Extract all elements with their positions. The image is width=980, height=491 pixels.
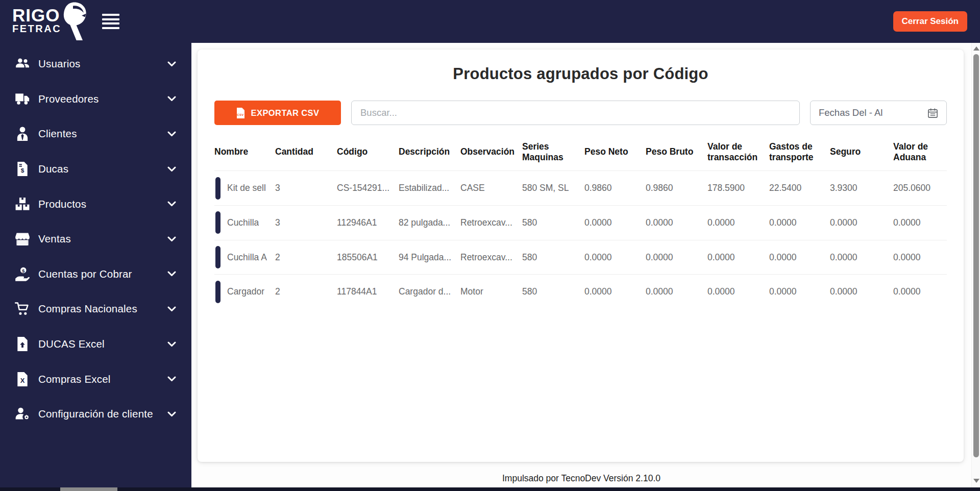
sidebar-item-label: Clientes xyxy=(38,128,77,140)
vertical-scrollbar[interactable] xyxy=(971,43,980,487)
cell-observacion: CASE xyxy=(460,171,522,206)
sidebar-item-label: Ventas xyxy=(38,233,71,245)
top-navbar: RIGO FETRAC Cerrar Sesión xyxy=(0,0,980,43)
search-input[interactable] xyxy=(351,101,800,125)
sidebar-item-label: Ducas xyxy=(38,163,68,175)
chevron-down-icon xyxy=(167,411,176,417)
sidebar-item-compras-nacionales[interactable]: Compras Nacionales xyxy=(0,291,191,327)
chevron-down-icon xyxy=(167,201,176,207)
cell-cantidad: 3 xyxy=(275,205,337,240)
cell-cantidad: 3 xyxy=(275,171,337,206)
sidebar: Usuarios Proveedores Clientes xyxy=(0,43,191,487)
sidebar-item-cuentas-por-cobrar[interactable]: $ Cuentas por Cobrar xyxy=(0,257,191,292)
sidebar-item-label: Cuentas por Cobrar xyxy=(38,268,132,280)
calendar-icon xyxy=(927,108,938,118)
eagle-logo-icon xyxy=(58,2,88,41)
cell-peso-neto: 0.0000 xyxy=(584,205,646,240)
table-row: Cuchilla 3 112946A1 82 pulgada... Retroe… xyxy=(214,205,947,240)
truck-icon xyxy=(14,93,31,105)
column-header: Gastos de transporte xyxy=(769,137,830,171)
user-gear-icon xyxy=(14,407,31,421)
cell-valor-aduana: 205.0600 xyxy=(893,171,947,206)
cell-gastos-transporte: 0.0000 xyxy=(769,240,830,275)
sidebar-item-ventas[interactable]: Ventas xyxy=(0,222,191,257)
column-header: Peso Neto xyxy=(584,137,646,171)
chevron-down-icon xyxy=(167,306,176,312)
cell-descripcion: Estabilizad... xyxy=(399,171,460,206)
cell-nombre: Cargador xyxy=(227,286,264,297)
chevron-down-icon xyxy=(167,271,176,277)
column-header: Valor de transacción xyxy=(707,137,769,171)
column-header: Peso Bruto xyxy=(646,137,707,171)
row-accent-bar xyxy=(215,281,220,303)
sidebar-item-clientes[interactable]: Clientes xyxy=(0,116,191,152)
vertical-scrollbar-thumb[interactable] xyxy=(973,54,979,457)
scroll-up-arrow-icon[interactable] xyxy=(973,46,979,51)
file-invoice-dollar-icon: $ xyxy=(14,162,31,176)
footer-credit: Impulsado por TecnoDev Versión 2.10.0 xyxy=(191,473,971,484)
sidebar-item-productos[interactable]: Productos xyxy=(0,186,191,222)
cell-valor-aduana: 0.0000 xyxy=(893,205,947,240)
table-controls: CSV EXPORTAR CSV Fechas Del - Al xyxy=(214,101,947,125)
sidebar-item-proveedores[interactable]: Proveedores xyxy=(0,82,191,117)
chevron-down-icon xyxy=(167,166,176,172)
cell-observacion: Motor xyxy=(460,275,522,309)
sidebar-item-label: Proveedores xyxy=(38,93,99,105)
page-title: Productos agrupados por Código xyxy=(214,65,947,83)
sidebar-item-label: Configuración de cliente xyxy=(38,408,153,420)
chevron-down-icon xyxy=(167,236,176,242)
logout-button[interactable]: Cerrar Sesión xyxy=(893,11,968,32)
cell-codigo: 185506A1 xyxy=(337,240,399,275)
cell-observacion: Retroexcav... xyxy=(460,205,522,240)
brand-line2: FETRAC xyxy=(12,23,61,34)
svg-text:X: X xyxy=(20,377,25,384)
file-excel-icon: X xyxy=(14,372,31,386)
cell-series: 580 SM, SL xyxy=(522,171,584,206)
date-range-label: Fechas Del - Al xyxy=(819,107,883,118)
chevron-down-icon xyxy=(167,61,176,67)
cell-valor-transaccion: 0.0000 xyxy=(707,275,769,309)
cell-seguro: 3.9300 xyxy=(830,171,893,206)
cell-series: 580 xyxy=(522,205,584,240)
cell-peso-neto: 0.0000 xyxy=(584,275,646,309)
column-header: Series Maquinas xyxy=(522,137,584,171)
boxes-icon xyxy=(14,198,31,211)
horizontal-scrollbar-thumb[interactable] xyxy=(60,487,117,491)
date-range-filter[interactable]: Fechas Del - Al xyxy=(810,101,947,125)
shopping-cart-icon xyxy=(14,302,31,316)
cell-codigo: 117844A1 xyxy=(337,275,399,309)
cell-nombre: Cuchilla xyxy=(227,217,259,228)
column-header: Valor de Aduana xyxy=(893,137,947,171)
row-accent-bar xyxy=(215,177,220,200)
cell-valor-transaccion: 0.0000 xyxy=(707,240,769,275)
sidebar-item-ducas[interactable]: $ Ducas xyxy=(0,152,191,187)
column-header: Descripción xyxy=(399,137,460,171)
sidebar-item-ducas-excel[interactable]: DUCAS Excel xyxy=(0,327,191,362)
cell-codigo: 112946A1 xyxy=(337,205,399,240)
brand-line1: RIGO xyxy=(12,6,60,24)
sidebar-item-configuracion-de-cliente[interactable]: Configuración de cliente xyxy=(0,397,191,432)
cell-gastos-transporte: 0.0000 xyxy=(769,275,830,309)
export-csv-button[interactable]: CSV EXPORTAR CSV xyxy=(214,101,341,125)
sidebar-item-label: DUCAS Excel xyxy=(38,338,105,350)
svg-text:CSV: CSV xyxy=(237,113,244,116)
table-row: Cargador 2 117844A1 Cargador d... Motor … xyxy=(214,275,947,309)
horizontal-scrollbar[interactable] xyxy=(0,487,980,491)
sidebar-item-compras-excel[interactable]: X Compras Excel xyxy=(0,361,191,397)
sidebar-item-label: Usuarios xyxy=(38,58,81,70)
cell-peso-bruto: 0.9860 xyxy=(646,171,707,206)
export-csv-label: EXPORTAR CSV xyxy=(251,108,320,118)
hand-holding-dollar-icon: $ xyxy=(14,267,31,281)
sidebar-item-usuarios[interactable]: Usuarios xyxy=(0,46,191,82)
cell-seguro: 0.0000 xyxy=(830,240,893,275)
cell-peso-neto: 0.0000 xyxy=(584,240,646,275)
column-header: Código xyxy=(337,137,399,171)
menu-toggle-icon[interactable] xyxy=(102,13,119,30)
scroll-down-arrow-icon[interactable] xyxy=(973,479,979,483)
cell-series: 580 xyxy=(522,240,584,275)
chevron-down-icon xyxy=(167,376,176,382)
brand-logo: RIGO FETRAC xyxy=(12,3,94,40)
cell-gastos-transporte: 22.5400 xyxy=(769,171,830,206)
chevron-down-icon xyxy=(167,341,176,347)
table-header-row: Nombre Cantidad Código Descripción Obser… xyxy=(214,137,947,171)
